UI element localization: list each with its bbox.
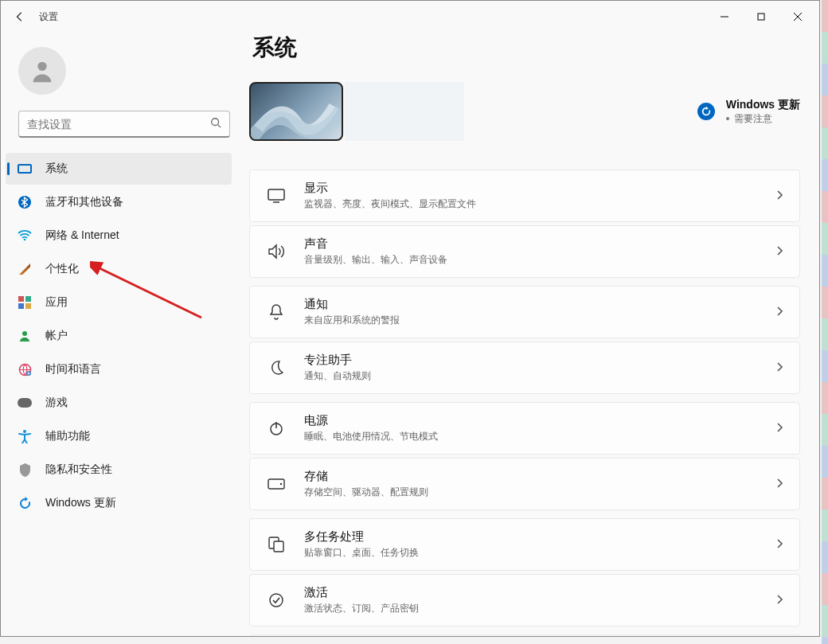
search-box[interactable] [18, 111, 230, 138]
sidebar-item-0[interactable]: 系统 [6, 153, 232, 185]
brush-icon [17, 261, 33, 277]
svg-rect-1 [758, 14, 764, 20]
sidebar-item-4[interactable]: 应用 [6, 287, 232, 318]
settings-card-bell[interactable]: 通知来自应用和系统的警报 [249, 286, 800, 338]
app-title: 设置 [39, 10, 58, 24]
apps-icon [17, 295, 33, 310]
svg-point-8 [24, 239, 26, 241]
sidebar-item-9[interactable]: 隐私和安全性 [6, 454, 232, 486]
chevron-right-icon [777, 305, 783, 319]
sidebar-item-8[interactable]: 辅助功能 [6, 420, 232, 452]
card-title: 电源 [304, 413, 777, 428]
accessibility-icon [17, 428, 33, 444]
settings-card-multitask[interactable]: 多任务处理贴靠窗口、桌面、任务切换 [249, 518, 800, 571]
sidebar-item-label: 帐户 [45, 329, 68, 343]
card-subtitle: 贴靠窗口、桌面、任务切换 [304, 546, 777, 560]
settings-card-sound[interactable]: 声音音量级别、输出、输入、声音设备 [249, 225, 800, 278]
display-icon [266, 189, 287, 203]
close-button[interactable] [779, 4, 816, 29]
svg-rect-13 [268, 189, 284, 200]
svg-point-4 [37, 62, 46, 71]
card-subtitle: 睡眠、电池使用情况、节电模式 [304, 430, 777, 443]
activation-icon [266, 592, 287, 608]
desktop-preview[interactable] [249, 82, 343, 141]
device-hero: Windows 更新 需要注意 [249, 82, 800, 141]
chevron-right-icon [777, 189, 783, 203]
sidebar-item-6[interactable]: 时间和语言 [6, 353, 232, 385]
card-title: 多任务处理 [304, 529, 777, 544]
user-avatar[interactable] [18, 47, 66, 95]
sidebar-item-1[interactable]: 蓝牙和其他设备 [6, 186, 232, 218]
sidebar-item-label: 游戏 [45, 396, 68, 410]
card-subtitle: 激活状态、订阅、产品密钥 [304, 602, 777, 615]
sidebar-item-label: 网络 & Internet [45, 228, 119, 243]
svg-line-6 [218, 124, 221, 127]
settings-card-storage[interactable]: 存储存储空间、驱动器、配置规则 [249, 458, 800, 510]
card-subtitle: 通知、自动规则 [304, 369, 777, 383]
chevron-right-icon [777, 361, 783, 375]
sidebar-item-label: 应用 [45, 295, 68, 310]
settings-card-troubleshoot[interactable]: 疑难解答 [249, 634, 800, 636]
search-input[interactable] [27, 118, 210, 131]
update-icon [17, 495, 33, 511]
titlebar: 设置 [1, 1, 819, 33]
page-title: 系统 [252, 33, 800, 63]
settings-card-activation[interactable]: 激活激活状态、订阅、产品密钥 [249, 574, 800, 626]
window-controls [706, 4, 816, 29]
svg-point-9 [22, 331, 27, 336]
device-info-placeholder [345, 82, 464, 141]
card-subtitle: 监视器、亮度、夜间模式、显示配置文件 [304, 197, 777, 211]
main-content: 系统 Windows 更新 需要注意 显示监视器、亮度、夜间模式 [240, 33, 819, 636]
sidebar-item-5[interactable]: 帐户 [6, 320, 232, 352]
chevron-right-icon [777, 593, 783, 607]
gamepad-icon [17, 395, 33, 411]
sidebar-item-10[interactable]: Windows 更新 [6, 487, 232, 519]
svg-rect-20 [274, 541, 283, 552]
moon-icon [266, 360, 287, 376]
sidebar-item-label: 时间和语言 [45, 362, 101, 377]
card-title: 声音 [304, 236, 777, 252]
sidebar-item-label: 蓝牙和其他设备 [45, 195, 123, 209]
chevron-right-icon [777, 537, 783, 552]
power-icon [266, 420, 287, 436]
search-icon [210, 117, 221, 131]
card-title: 存储 [304, 469, 777, 484]
sidebar-item-label: 系统 [45, 162, 68, 176]
update-subtitle: 需要注意 [726, 112, 800, 126]
windows-update-widget[interactable]: Windows 更新 需要注意 [697, 98, 800, 126]
sound-icon [266, 244, 287, 260]
sidebar-item-label: Windows 更新 [45, 496, 116, 510]
settings-card-power[interactable]: 电源睡眠、电池使用情况、节电模式 [249, 402, 800, 455]
update-sync-icon [697, 103, 715, 120]
card-subtitle: 存储空间、驱动器、配置规则 [304, 486, 777, 499]
user-icon [17, 328, 33, 344]
sidebar: 系统蓝牙和其他设备网络 & Internet个性化应用帐户时间和语言游戏辅助功能… [1, 33, 240, 636]
chevron-right-icon [777, 421, 783, 435]
card-subtitle: 音量级别、输出、输入、声音设备 [304, 253, 777, 267]
multitask-icon [266, 537, 287, 552]
chevron-right-icon [777, 477, 783, 491]
bell-icon [266, 303, 287, 321]
back-button[interactable] [4, 1, 36, 33]
minimize-button[interactable] [706, 4, 743, 29]
chevron-right-icon [777, 244, 783, 259]
sidebar-item-7[interactable]: 游戏 [6, 387, 232, 419]
globe-icon [17, 361, 33, 377]
card-title: 通知 [304, 297, 777, 312]
card-subtitle: 来自应用和系统的警报 [304, 314, 777, 327]
wifi-icon [17, 228, 33, 244]
sidebar-item-label: 辅助功能 [45, 429, 90, 443]
card-title: 显示 [304, 181, 777, 196]
sidebar-item-label: 隐私和安全性 [45, 463, 112, 477]
sidebar-item-3[interactable]: 个性化 [6, 253, 232, 285]
sidebar-item-2[interactable]: 网络 & Internet [6, 220, 232, 252]
sidebar-item-label: 个性化 [45, 262, 79, 276]
settings-card-moon[interactable]: 专注助手通知、自动规则 [249, 342, 800, 394]
svg-point-21 [270, 594, 283, 607]
maximize-button[interactable] [743, 4, 779, 29]
storage-icon [266, 478, 287, 490]
desktop-edge [822, 0, 828, 644]
settings-card-display[interactable]: 显示监视器、亮度、夜间模式、显示配置文件 [249, 170, 800, 222]
update-title: Windows 更新 [726, 98, 800, 112]
svg-point-18 [280, 483, 282, 485]
